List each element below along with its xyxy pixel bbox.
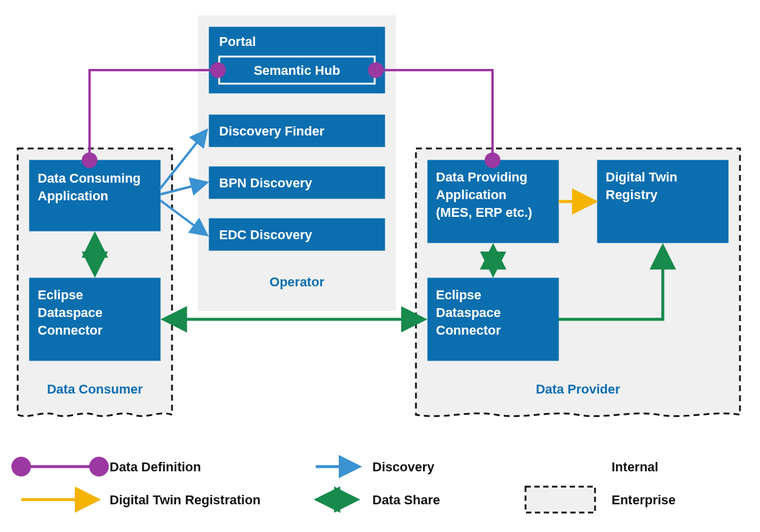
legend-discovery-label: Discovery	[372, 460, 435, 474]
data-provider-panel: Data Providing Application (MES, ERP etc…	[416, 148, 740, 416]
dtr-l1: Digital Twin	[606, 170, 678, 184]
data-providing-app-l2: Application	[436, 187, 507, 202]
data-consuming-app-l2: Application	[38, 189, 108, 203]
consumer-edc-l1: Eclipse	[38, 288, 83, 302]
legend-enterprise-label: Enterprise	[612, 493, 676, 507]
data-providing-app-l1: Data Providing	[436, 170, 527, 184]
legend-enterprise-icon	[526, 487, 595, 513]
dtr-l2: Registry	[606, 187, 658, 202]
consumer-edc-l3: Connector	[38, 323, 103, 338]
legend-dtr-label: Digital Twin Registration	[110, 493, 260, 507]
edc-discovery-box: EDC Discovery	[209, 219, 385, 250]
data-providing-app-l3: (MES, ERP etc.)	[436, 205, 532, 220]
diagram-svg: Portal Semantic Hub Discovery Finder BPN…	[0, 0, 760, 532]
provider-edc-box: Eclipse Dataspace Connector	[428, 278, 559, 361]
dtr-box: Digital Twin Registry	[597, 160, 728, 243]
edc-discovery-label: EDC Discovery	[219, 227, 313, 242]
legend-internal-label: Internal	[612, 460, 658, 474]
portal-box: Portal Semantic Hub	[209, 27, 385, 93]
data-consuming-app-l1: Data Consuming	[38, 171, 141, 186]
semantic-hub-label: Semantic Hub	[254, 63, 341, 78]
data-consumer-panel: Data Consuming Application Eclipse Datas…	[18, 148, 172, 416]
bpn-discovery-label: BPN Discovery	[219, 176, 313, 190]
diagram-canvas: Portal Semantic Hub Discovery Finder BPN…	[0, 0, 760, 532]
provider-edc-l3: Connector	[436, 323, 501, 338]
data-consumer-title: Data Consumer	[47, 382, 143, 396]
data-providing-app-box: Data Providing Application (MES, ERP etc…	[428, 160, 559, 243]
legend-data-share-label: Data Share	[372, 493, 440, 507]
provider-edc-l2: Dataspace	[436, 305, 501, 320]
consumer-edc-l2: Dataspace	[38, 305, 103, 320]
bpn-discovery-box: BPN Discovery	[209, 167, 385, 199]
consumer-edc-box: Eclipse Dataspace Connector	[29, 278, 160, 361]
discovery-finder-box: Discovery Finder	[209, 115, 385, 147]
operator-panel: Portal Semantic Hub Discovery Finder BPN…	[198, 15, 396, 311]
portal-label: Portal	[219, 34, 256, 49]
data-consuming-app-box: Data Consuming Application	[29, 160, 160, 231]
discovery-finder-label: Discovery Finder	[219, 124, 325, 138]
operator-title: Operator	[270, 275, 325, 289]
legend: Data Definition Discovery Internal Digit…	[21, 460, 676, 513]
legend-data-definition-label: Data Definition	[110, 460, 201, 474]
provider-edc-l1: Eclipse	[436, 288, 481, 302]
data-provider-title: Data Provider	[536, 382, 620, 396]
